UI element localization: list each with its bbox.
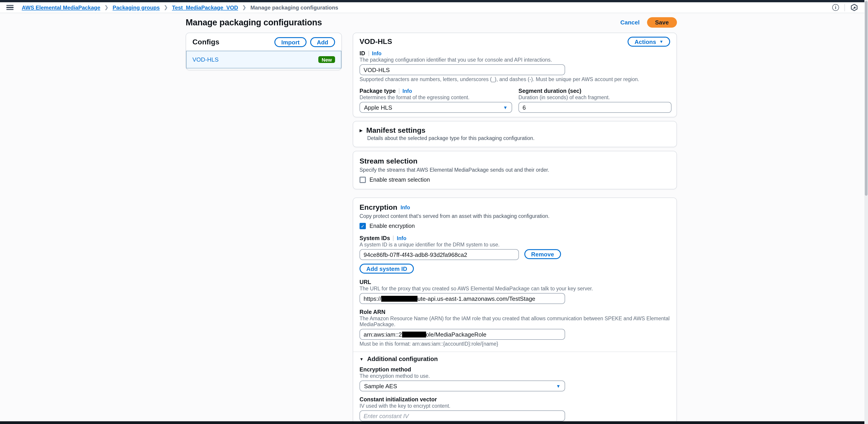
enable-stream-selection-label: Enable stream selection — [370, 177, 430, 183]
chevron-down-icon: ▼ — [360, 357, 364, 361]
page-scrollbar[interactable] — [864, 0, 868, 424]
import-button[interactable]: Import — [275, 37, 307, 47]
additional-configuration-title: Additional configuration — [367, 356, 438, 362]
segment-duration-input[interactable] — [519, 102, 672, 113]
encryption-title: Encryption — [360, 203, 397, 212]
encryption-method-select[interactable]: Sample AES ▼ — [360, 381, 565, 391]
configs-panel-title: Configs — [192, 38, 219, 46]
url-input[interactable]: https://ute-api.us-east-1.amazonaws.com/… — [360, 293, 565, 304]
role-arn-input[interactable]: arn:aws:iam::2ole/MediaPackageRole — [360, 329, 565, 340]
breadcrumb-mediapackage[interactable]: AWS Elemental MediaPackage — [22, 4, 100, 11]
package-type-info-link[interactable]: Info — [403, 88, 412, 94]
package-type-description: Determines the format of the egressing c… — [360, 95, 512, 100]
breadcrumb-packaging-group[interactable]: Test_MediaPackage_VOD — [172, 4, 238, 11]
url-value-suffix: ute-api.us-east-1.amazonaws.com/TestStag… — [417, 295, 535, 302]
label-divider — [393, 235, 394, 241]
label-divider — [399, 88, 399, 94]
enable-stream-selection-checkbox-row[interactable]: Enable stream selection — [360, 176, 670, 183]
package-type-selected-value: Apple HLS — [364, 104, 392, 111]
add-button[interactable]: Add — [310, 37, 335, 47]
encryption-description: Copy protect content that's served from … — [360, 213, 670, 219]
id-info-link[interactable]: Info — [372, 51, 381, 56]
top-chrome-strip — [0, 0, 864, 2]
constant-iv-description: IV used with the key to encrypt content. — [360, 403, 670, 409]
role-arn-label: Role ARN — [360, 309, 385, 315]
breadcrumb-packaging-groups[interactable]: Packaging groups — [113, 4, 160, 11]
segment-duration-description: Duration (in seconds) of each fragment. — [519, 95, 672, 100]
cloudshell-icon[interactable] — [850, 4, 858, 11]
remove-system-id-button[interactable]: Remove — [524, 249, 561, 259]
manifest-settings-card: ▶ Manifest settings Details about the se… — [353, 121, 677, 147]
encryption-method-label: Encryption method — [360, 366, 411, 372]
role-arn-description: The Amazon Resource Name (ARN) for the I… — [360, 316, 670, 328]
stream-selection-card: Stream selection Specify the streams tha… — [353, 151, 677, 189]
constant-iv-input[interactable] — [360, 411, 565, 421]
id-input[interactable] — [360, 64, 565, 75]
role-arn-value-suffix: ole/MediaPackageRole — [426, 331, 486, 338]
page-title: Manage packaging configurations — [186, 18, 322, 27]
configs-panel: Configs Import Add VOD-HLS New — [186, 33, 342, 70]
hamburger-menu-icon[interactable] — [6, 5, 13, 10]
breadcrumb: AWS Elemental MediaPackage ❯ Packaging g… — [22, 4, 338, 11]
encryption-info-link[interactable]: Info — [401, 205, 410, 210]
encryption-method-selected-value: Sample AES — [364, 383, 397, 389]
system-ids-info-link[interactable]: Info — [397, 235, 406, 241]
config-list-item-vod-hls[interactable]: VOD-HLS New — [186, 51, 341, 68]
config-item-link[interactable]: VOD-HLS — [192, 56, 219, 63]
constant-iv-label: Constant initialization vector — [360, 396, 437, 402]
new-badge: New — [318, 56, 335, 63]
enable-encryption-label: Enable encryption — [370, 223, 415, 229]
checkbox-unchecked-icon[interactable] — [360, 177, 366, 183]
breadcrumb-current-page: Manage packaging configurations — [250, 4, 338, 11]
role-arn-value-prefix: arn:aws:iam::2 — [364, 331, 402, 338]
id-constraint-text: Supported characters are numbers, letter… — [360, 77, 670, 83]
cancel-button[interactable]: Cancel — [620, 19, 640, 26]
toolbar-divider — [844, 4, 845, 11]
redacted-text — [381, 296, 417, 301]
system-id-input[interactable] — [360, 249, 519, 260]
stream-selection-title: Stream selection — [360, 157, 417, 165]
actions-dropdown-button[interactable]: Actions ▼ — [628, 37, 670, 47]
stream-selection-description: Specify the streams that AWS Elemental M… — [360, 167, 670, 173]
encryption-card: Encryption Info Copy protect content tha… — [353, 198, 677, 424]
encryption-method-description: The encryption method to use. — [360, 373, 670, 379]
info-icon[interactable]: i — [832, 4, 839, 11]
manifest-settings-description: Details about the selected package type … — [367, 135, 670, 141]
section-divider — [353, 352, 677, 352]
config-detail-panel: VOD-HLS Actions ▼ ID Info The p — [353, 33, 677, 424]
main-content: Manage packaging configurations Cancel S… — [186, 17, 677, 424]
label-divider — [368, 51, 369, 56]
config-detail-title: VOD-HLS — [360, 38, 392, 46]
chevron-down-icon: ▼ — [556, 384, 561, 388]
chevron-right-icon: ▶ — [360, 128, 363, 133]
chevron-down-icon: ▼ — [503, 105, 507, 110]
url-label: URL — [360, 279, 371, 285]
role-arn-constraint-text: Must be in this format: arn:aws:iam::{ac… — [360, 341, 670, 347]
breadcrumb-toolbar: AWS Elemental MediaPackage ❯ Packaging g… — [0, 2, 864, 13]
id-field-description: The packaging configuration identifier t… — [360, 57, 670, 63]
id-field-label: ID — [360, 50, 365, 56]
breadcrumb-separator-icon: ❯ — [104, 4, 108, 10]
save-button[interactable]: Save — [647, 17, 677, 28]
checkbox-checked-icon[interactable]: ✓ — [360, 223, 366, 229]
breadcrumb-separator-icon: ❯ — [242, 4, 246, 10]
url-description: The URL for the proxy that you created s… — [360, 286, 670, 292]
mediapackage-console: AWS Elemental MediaPackage ❯ Packaging g… — [0, 0, 868, 424]
system-ids-description: A system ID is a unique identifier for t… — [360, 242, 670, 248]
manifest-settings-title: Manifest settings — [366, 126, 425, 134]
segment-duration-label: Segment duration (sec) — [519, 88, 581, 94]
redacted-text — [402, 331, 426, 337]
add-system-id-button[interactable]: Add system ID — [360, 264, 414, 274]
system-ids-label: System IDs — [360, 235, 390, 241]
url-value-prefix: https:// — [364, 295, 381, 302]
chevron-down-icon: ▼ — [659, 39, 663, 44]
package-type-label: Package type — [360, 88, 396, 94]
bottom-chrome-strip — [0, 421, 864, 424]
manifest-settings-expander[interactable]: ▶ Manifest settings — [360, 126, 670, 134]
general-settings-card: VOD-HLS Actions ▼ ID Info The p — [353, 33, 677, 117]
breadcrumb-separator-icon: ❯ — [164, 4, 168, 10]
additional-configuration-expander[interactable]: ▼ Additional configuration — [360, 356, 670, 362]
package-type-select[interactable]: Apple HLS ▼ — [360, 102, 512, 113]
scrollbar-thumb[interactable] — [865, 1, 868, 196]
enable-encryption-checkbox-row[interactable]: ✓ Enable encryption — [360, 222, 670, 230]
